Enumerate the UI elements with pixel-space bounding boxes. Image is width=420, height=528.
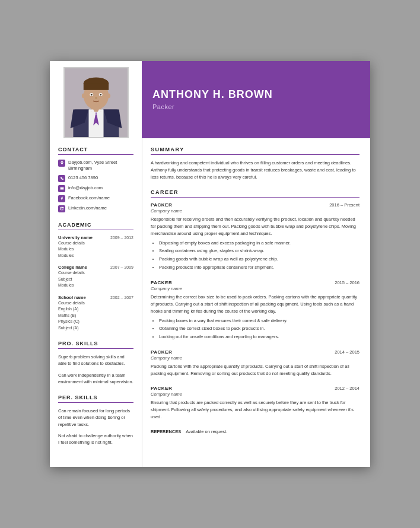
university-detail-2: Modules	[58, 253, 133, 259]
contact-address: Dayjob.com, Vyse Street Birmingham	[58, 160, 133, 172]
sidebar: CONTACT Dayjob.com, Vyse Street Birmingh…	[50, 138, 142, 467]
school-dates: 2002 – 2007	[110, 295, 133, 300]
career-entry-0: PACKER 2016 – Present Company name Respo…	[151, 202, 359, 272]
college-name: College name	[58, 265, 87, 270]
university-name: University name	[58, 235, 93, 240]
bullet-0-3: Packing products into appropriate contai…	[159, 264, 359, 272]
bullet-1-0: Packing boxes in a way that ensures thei…	[159, 317, 359, 325]
career-company-1: Company name	[151, 286, 359, 291]
career-title: CAREER	[151, 189, 359, 198]
career-dates-0: 2016 – Present	[329, 202, 359, 208]
academic-entry-university: University name 2009 – 2012 Course detai…	[58, 235, 133, 259]
candidate-title: Packer	[152, 103, 358, 110]
bullet-1-2: Looking out for unsafe conditions and re…	[159, 333, 359, 341]
pro-skill-1: Can work independently in a team environ…	[58, 372, 133, 386]
career-company-0: Company name	[151, 208, 359, 214]
contact-linkedin: Linkedin.com/name	[58, 205, 133, 212]
email-icon	[58, 185, 65, 192]
references-line: REFERENCES Available on request.	[151, 429, 359, 434]
career-dates-1: 2015 – 2016	[335, 280, 359, 285]
linkedin-icon	[58, 205, 65, 212]
bullet-0-1: Sealing containers using glue, staples o…	[159, 247, 359, 255]
career-role-2: PACKER	[151, 349, 172, 355]
career-header-3: PACKER 2012 – 2014	[151, 386, 359, 391]
pro-skills-section: PRO. SKILLS Superb problem solving skill…	[58, 341, 133, 385]
academic-entry-college: College name 2007 – 2009 Course details …	[58, 265, 133, 289]
career-header-1: PACKER 2015 – 2016	[151, 280, 359, 285]
career-role-1: PACKER	[151, 280, 172, 285]
summary-title: SUMMARY	[151, 147, 359, 155]
svg-point-10	[90, 94, 92, 96]
bullet-0-0: Disposing of empty boxes and excess pack…	[159, 240, 359, 247]
per-skill-1: Not afraid to challenge authority when I…	[58, 432, 133, 446]
contact-facebook: Facebook.com/name	[58, 195, 133, 202]
career-entry-1: PACKER 2015 – 2016 Company name Determin…	[151, 280, 359, 341]
career-desc-0: Responsible for receiving orders and the…	[151, 216, 359, 237]
school-detail-0: Course details	[58, 300, 133, 307]
svg-rect-7	[83, 83, 108, 90]
career-entry-2: PACKER 2014 – 2015 Company name Packing …	[151, 349, 359, 377]
university-detail-0: Course details	[58, 240, 133, 247]
academic-section: ACADEMIC University name 2009 – 2012 Cou…	[58, 222, 133, 332]
main-content: CONTACT Dayjob.com, Vyse Street Birmingh…	[50, 138, 370, 467]
pro-skill-0: Superb problem solving skills and able t…	[58, 354, 133, 367]
linkedin-text: Linkedin.com/name	[68, 205, 133, 212]
photo	[63, 67, 129, 138]
resume-page: ANTHONY H. BROWN Packer CONTACT Dayjob.c…	[50, 61, 370, 467]
career-role-3: PACKER	[151, 386, 172, 391]
svg-point-12	[95, 97, 97, 98]
contact-phone: 0123 456 7890	[58, 175, 133, 182]
career-bullets-1: Packing boxes in a way that ensures thei…	[159, 317, 359, 341]
college-detail-1: Subject	[58, 276, 133, 283]
university-dates: 2009 – 2012	[110, 236, 133, 240]
bullet-0-2: Packing goods with bubble wrap as well a…	[159, 256, 359, 263]
contact-title: CONTACT	[58, 147, 133, 155]
school-detail-3: Physics (C)	[58, 319, 133, 325]
phone-icon	[58, 175, 65, 182]
career-company-2: Company name	[151, 355, 359, 361]
career-desc-1: Determining the correct box size to be u…	[151, 294, 359, 315]
phone-text: 0123 456 7890	[68, 175, 133, 182]
college-detail-2: Modules	[58, 282, 133, 289]
school-detail-2: Maths (B)	[58, 313, 133, 319]
contact-email: info@dayjob.com	[58, 185, 133, 192]
college-dates: 2007 – 2009	[110, 265, 133, 269]
svg-point-14	[107, 93, 110, 98]
candidate-name: ANTHONY H. BROWN	[152, 88, 358, 101]
photo-block	[50, 61, 142, 138]
per-skill-0: Can remain focused for long periods of t…	[58, 408, 133, 428]
email-text: info@dayjob.com	[68, 185, 133, 192]
career-dates-3: 2012 – 2014	[335, 386, 359, 391]
svg-rect-19	[60, 187, 63, 190]
career-entry-3: PACKER 2012 – 2014 Company name Ensuring…	[151, 386, 359, 421]
career-dates-2: 2014 – 2015	[335, 349, 359, 355]
academic-title: ACADEMIC	[58, 222, 133, 230]
career-header-0: PACKER 2016 – Present	[151, 202, 359, 208]
career-desc-2: Packing cartons with the appropriate qua…	[151, 363, 359, 377]
address-text: Dayjob.com, Vyse Street Birmingham	[68, 160, 133, 172]
school-name: School name	[58, 295, 86, 300]
header: ANTHONY H. BROWN Packer	[50, 61, 370, 138]
career-company-3: Company name	[151, 392, 359, 397]
facebook-text: Facebook.com/name	[68, 195, 133, 202]
contact-section: CONTACT Dayjob.com, Vyse Street Birmingh…	[58, 147, 133, 212]
university-detail-1: Modules	[58, 246, 133, 253]
per-skills-section: PER. SKILLS Can remain focused for long …	[58, 395, 133, 446]
references-label: REFERENCES	[151, 429, 181, 434]
svg-point-11	[100, 94, 101, 96]
svg-point-22	[61, 208, 61, 208]
career-header-2: PACKER 2014 – 2015	[151, 349, 359, 355]
right-content: SUMMARY A hardworking and competent indi…	[142, 138, 370, 467]
header-info: ANTHONY H. BROWN Packer	[142, 61, 370, 138]
school-detail-1: English (A)	[58, 306, 133, 313]
summary-text: A hardworking and competent individual w…	[151, 160, 359, 181]
career-role-0: PACKER	[151, 202, 172, 208]
svg-point-13	[81, 93, 85, 98]
career-bullets-0: Disposing of empty boxes and excess pack…	[159, 240, 359, 272]
per-skills-title: PER. SKILLS	[58, 395, 133, 403]
bullet-1-1: Obtaining the correct sized boxes to pac…	[159, 325, 359, 333]
pro-skills-title: PRO. SKILLS	[58, 341, 133, 349]
references-text: Available on request.	[186, 429, 227, 434]
college-detail-0: Course details	[58, 270, 133, 276]
academic-entry-school: School name 2002 – 2007 Course details E…	[58, 295, 133, 332]
